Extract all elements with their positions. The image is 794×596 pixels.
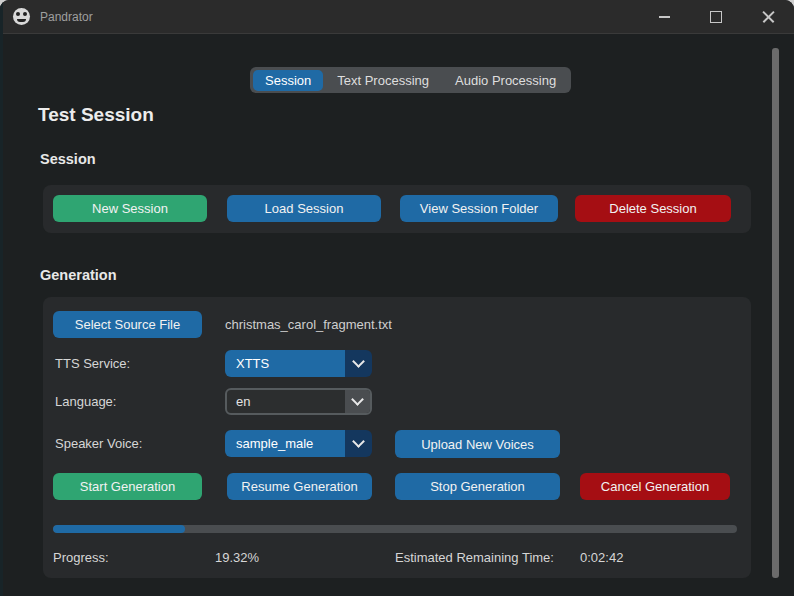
delete-session-button[interactable]: Delete Session (575, 195, 731, 222)
minimize-icon (659, 16, 670, 18)
generation-panel: Select Source File christmas_carol_fragm… (43, 297, 751, 578)
view-session-folder-button[interactable]: View Session Folder (400, 195, 558, 222)
chevron-down-icon (352, 355, 365, 368)
progress-bar (53, 525, 737, 533)
window-controls (638, 0, 794, 33)
tab-bar: Session Text Processing Audio Processing (250, 67, 571, 93)
maximize-icon (710, 11, 722, 23)
speaker-voice-dropdown[interactable]: sample_male (225, 430, 372, 457)
select-source-file-button[interactable]: Select Source File (53, 311, 202, 338)
window-title: Pandrator (40, 10, 93, 24)
chevron-down-icon (352, 435, 365, 448)
progress-bar-fill (53, 525, 185, 533)
source-file-name: christmas_carol_fragment.txt (225, 317, 392, 332)
load-session-button[interactable]: Load Session (227, 195, 381, 222)
vertical-scrollbar-thumb[interactable] (772, 48, 779, 578)
speaker-voice-value: sample_male (225, 430, 345, 457)
maximize-button[interactable] (690, 0, 742, 33)
speaker-voice-label: Speaker Voice: (55, 436, 142, 451)
tts-service-label: TTS Service: (55, 356, 130, 371)
session-panel: New Session Load Session View Session Fo… (43, 185, 751, 233)
close-button[interactable] (742, 0, 794, 33)
language-chevron (345, 390, 370, 413)
tts-service-chevron (345, 350, 372, 377)
eta-value: 0:02:42 (580, 550, 623, 565)
page-title: Test Session (38, 104, 154, 126)
app-window: Pandrator Session Text Processing Audio … (0, 0, 794, 596)
title-bar: Pandrator (0, 0, 794, 34)
start-generation-button[interactable]: Start Generation (53, 473, 202, 500)
session-heading: Session (40, 151, 96, 167)
tab-text-processing[interactable]: Text Processing (325, 70, 441, 91)
eta-label: Estimated Remaining Time: (395, 550, 554, 565)
tab-audio-processing[interactable]: Audio Processing (443, 70, 568, 91)
app-logo-icon (13, 8, 30, 25)
progress-percent: 19.32% (215, 550, 259, 565)
chevron-down-icon (351, 393, 364, 406)
generation-heading: Generation (40, 267, 117, 283)
new-session-button[interactable]: New Session (53, 195, 207, 222)
language-dropdown[interactable]: en (225, 388, 372, 415)
stop-generation-button[interactable]: Stop Generation (395, 473, 560, 500)
upload-new-voices-button[interactable]: Upload New Voices (395, 430, 560, 458)
cancel-generation-button[interactable]: Cancel Generation (580, 473, 730, 500)
tts-service-dropdown[interactable]: XTTS (225, 350, 372, 377)
speaker-voice-chevron (345, 430, 372, 457)
language-value: en (227, 390, 345, 413)
resume-generation-button[interactable]: Resume Generation (227, 473, 372, 500)
minimize-button[interactable] (638, 0, 690, 33)
tab-session[interactable]: Session (253, 70, 323, 91)
language-label: Language: (55, 394, 116, 409)
close-icon (762, 10, 775, 23)
tts-service-value: XTTS (225, 350, 345, 377)
progress-label: Progress: (53, 550, 109, 565)
